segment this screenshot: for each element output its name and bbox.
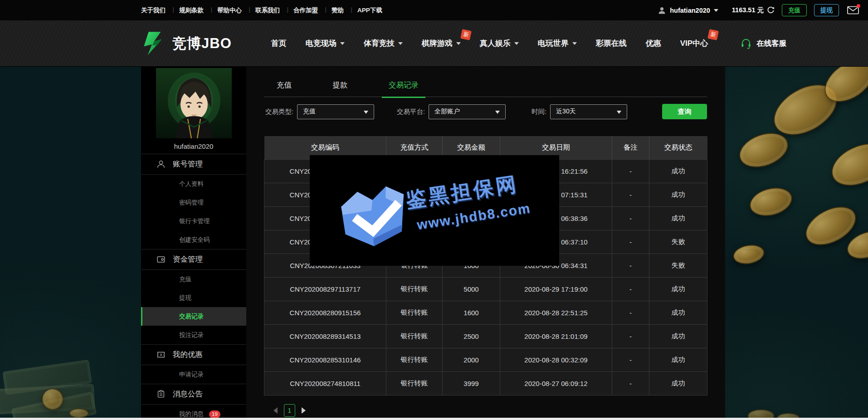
header: 竞博JBO 首页 电竞现场 体育竞技 棋牌游戏新 真人娱乐 电玩世界 彩票在线 … [0,20,868,67]
watermark-text: 鉴黑担保网 www.jhdb8.com [404,169,532,234]
chevron-down-icon [572,42,577,47]
status-badge: 成功 [649,183,707,206]
notification-dot [857,4,860,8]
sidebar-item-profile[interactable]: 个人资料 [141,175,246,193]
chevron-down-icon[interactable] [714,9,718,14]
sidebar: hufatian2020 账号管理 个人资料 密码管理 银行卡管理 创建安全码 [141,67,246,420]
nav-slots[interactable]: 电玩世界 [528,20,586,67]
sidebar-menu: 账号管理 个人资料 密码管理 银行卡管理 创建安全码 资金管理 充值 提现 交易… [141,154,246,420]
sidebar-item-applications[interactable]: 申请记录 [141,365,246,384]
new-badge: 新 [707,29,719,40]
chevron-down-icon [456,42,461,47]
logo-text: 竞博JBO [172,34,232,53]
page: 关于我们 规则条款 帮助中心 联系我们 合作加盟 赞助 APP下载 hufati… [0,0,868,420]
sidebar-item-transactions[interactable]: 交易记录 [141,307,246,326]
watermark-logo-icon [334,176,414,254]
tab-withdraw[interactable]: 提款 [330,80,350,98]
topbar-link-partner[interactable]: 合作加盟 [287,6,325,15]
sidebar-section-funds[interactable]: 资金管理 [141,249,246,270]
withdraw-button[interactable]: 提现 [814,4,839,16]
nav-promos[interactable]: 优惠 [636,20,671,67]
topbar: 关于我们 规则条款 帮助中心 联系我们 合作加盟 赞助 APP下载 hufati… [0,0,868,20]
topbar-link-sponsor[interactable]: 赞助 [325,6,351,15]
nav-sports[interactable]: 体育竞技 [354,20,412,67]
tab-deposit[interactable]: 充值 [274,80,294,98]
nav-cards[interactable]: 棋牌游戏新 [412,20,470,67]
jbo-logo-icon [140,31,168,56]
filter-bar: 交易类型: 充值 交易平台: 全部账户 时间: 近30 [264,104,707,119]
status-badge: 成功 [649,206,707,230]
sidebar-item-deposit[interactable]: 充值 [141,270,246,288]
nav-lottery[interactable]: 彩票在线 [586,20,636,67]
table-row: CNY202008289314513银行转账25002020-08-28 21:… [264,324,707,348]
table-row: CNY202008280915156银行转账16002020-08-28 22:… [264,301,707,324]
avatar [141,67,246,140]
nav-vip[interactable]: VIP中心新 [671,20,717,67]
sidebar-section-messages[interactable]: 消息公告 [141,384,246,405]
watermark-overlay: 鉴黑担保网 www.jhdb8.com [310,155,559,266]
status-badge: 成功 [649,348,707,371]
sidebar-item-password[interactable]: 密码管理 [141,193,246,212]
chevron-down-icon [398,42,403,47]
topbar-links: 关于我们 规则条款 帮助中心 联系我们 合作加盟 赞助 APP下载 [141,6,389,15]
content: 充值 提款 交易记录 交易类型: 充值 交易平台: 全部账户 [264,67,707,420]
refresh-icon[interactable] [767,6,775,14]
balance: 1163.51 元 [732,6,764,15]
mail-button[interactable] [847,6,859,15]
page-bottom-edge [0,418,868,420]
filter-platform-label: 交易平台: [397,107,425,116]
status-badge: 成功 [649,301,707,324]
filter-platform-select[interactable]: 全部账户 [429,104,506,119]
topbar-link-help[interactable]: 帮助中心 [210,6,249,15]
online-service-label: 在线客服 [756,39,786,49]
table-row: CNY202008297113717银行转账50002020-08-29 17:… [264,277,707,301]
next-page-icon[interactable] [302,407,309,414]
nav-esports[interactable]: 电竞现场 [296,20,354,67]
filter-type-select[interactable]: 充值 [297,104,374,119]
sidebar-item-bank-card[interactable]: 银行卡管理 [141,212,246,230]
tab-transactions[interactable]: 交易记录 [386,80,421,98]
topbar-user-area: hufatian2020 1163.51 元 充值 提现 [658,4,859,16]
table-row: CNY202008285310146银行转账20002020-08-28 00:… [264,348,707,371]
user-icon [156,159,166,169]
filter-type-label: 交易类型: [265,107,293,116]
col-remark: 备注 [612,136,649,159]
status-badge: 失败 [649,230,707,254]
chevron-down-icon [617,111,621,116]
headset-icon [740,38,752,49]
chevron-down-icon [514,42,519,47]
topbar-link-app[interactable]: APP下载 [351,6,389,15]
deposit-button[interactable]: 充值 [782,4,807,16]
prev-page-icon[interactable] [270,407,278,414]
username-menu[interactable]: hufatian2020 [670,7,710,14]
sidebar-section-promos[interactable]: ¥ 我的优惠 [141,344,246,365]
search-button[interactable]: 查询 [662,104,707,119]
topbar-link-rules[interactable]: 规则条款 [172,6,210,15]
filter-time-select[interactable]: 近30天 [550,104,627,119]
coupon-icon: ¥ [156,350,166,360]
filter-time-label: 时间: [532,107,546,116]
nav-live-casino[interactable]: 真人娱乐 [470,20,528,67]
col-status: 交易状态 [649,136,707,159]
board-icon [156,389,166,399]
logo[interactable]: 竞博JBO [140,31,232,56]
topbar-link-contact[interactable]: 联系我们 [249,6,287,15]
chevron-down-icon [364,111,368,116]
chevron-down-icon [495,111,500,116]
wallet-icon [156,254,166,264]
sidebar-section-account[interactable]: 账号管理 [141,154,246,175]
topbar-link-about[interactable]: 关于我们 [141,6,172,15]
table-row: CNY202008274810811银行转账39992020-08-27 06:… [264,371,707,395]
sidebar-item-withdraw[interactable]: 提现 [141,288,246,307]
page-number[interactable]: 1 [284,404,295,417]
chevron-down-icon [340,42,345,47]
sidebar-item-bets[interactable]: 投注记录 [141,326,246,344]
status-badge: 成功 [649,371,707,395]
main-nav: 首页 电竞现场 体育竞技 棋牌游戏新 真人娱乐 电玩世界 彩票在线 优惠 VIP… [262,20,717,67]
status-badge: 成功 [649,159,707,183]
nav-home[interactable]: 首页 [262,20,296,67]
status-badge: 成功 [649,277,707,301]
sidebar-item-security-code[interactable]: 创建安全码 [141,230,246,249]
status-badge: 失败 [649,254,707,277]
online-service[interactable]: 在线客服 [740,38,786,49]
